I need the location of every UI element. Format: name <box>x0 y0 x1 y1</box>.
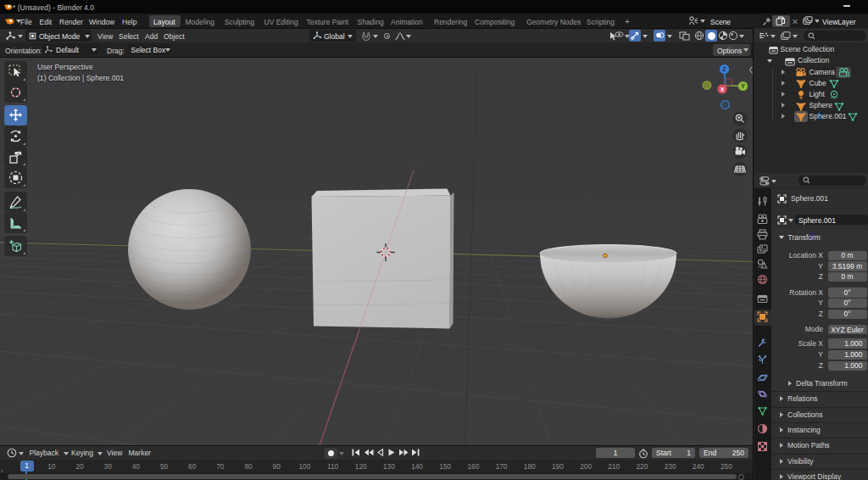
svg-text:Z: Z <box>722 66 726 72</box>
svg-text:Y: Y <box>741 83 745 89</box>
svg-text:X: X <box>721 86 725 92</box>
